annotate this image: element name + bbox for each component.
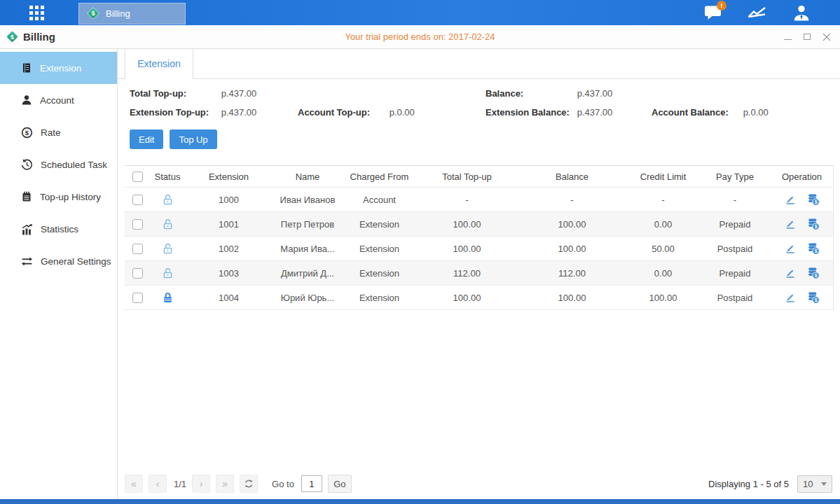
goto-page-input[interactable] — [301, 475, 322, 492]
billing-diamond-icon: $ — [86, 6, 100, 20]
table-row: 1002 Мария Ива... Extension 100.00 100.0… — [125, 237, 833, 261]
col-balance: Balance — [518, 172, 626, 182]
apps-menu-button[interactable] — [15, 6, 57, 20]
top-up-row-button[interactable]: $ — [807, 218, 820, 230]
table-row: 1003 Дмитрий Д... Extension 112.00 112.0… — [125, 261, 833, 286]
notebook-icon — [21, 191, 32, 202]
edit-pencil-icon — [785, 292, 796, 303]
app-title: Billing — [23, 31, 55, 43]
row-checkbox[interactable] — [132, 244, 143, 254]
sidebar-item-statistics[interactable]: Statistics — [0, 213, 117, 245]
page-size-select[interactable]: 10 — [797, 475, 832, 493]
cell-balance: 112.00 — [518, 268, 626, 279]
row-checkbox[interactable] — [132, 268, 143, 279]
cell-total-topup: 100.00 — [416, 293, 518, 303]
edit-row-button[interactable] — [785, 194, 796, 205]
cell-balance: - — [518, 195, 626, 205]
ledger-icon — [21, 62, 32, 74]
row-checkbox[interactable] — [132, 195, 143, 205]
sidebar-item-extension[interactable]: Extension — [0, 52, 117, 84]
cell-charged-from: Extension — [343, 219, 416, 230]
user-button[interactable] — [791, 4, 812, 22]
action-buttons: Edit Top Up — [130, 130, 840, 149]
lock-open-icon — [162, 267, 174, 279]
close-button[interactable] — [822, 32, 832, 42]
goto-label: Go to — [272, 479, 294, 489]
maximize-button[interactable] — [802, 32, 812, 42]
select-all-checkbox[interactable] — [132, 172, 143, 182]
sidebar-item-label: Extension — [40, 63, 81, 74]
coins-topup-icon: $ — [807, 218, 820, 230]
cell-balance: 100.00 — [518, 293, 626, 303]
stats-icon — [21, 223, 33, 235]
top-up-button[interactable]: Top Up — [170, 130, 216, 149]
account-balance-value: p.0.00 — [743, 107, 769, 118]
top-up-row-button[interactable]: $ — [807, 267, 820, 279]
clock-icon — [21, 159, 33, 171]
sidebar-item-scheduled-task[interactable]: Scheduled Task — [0, 148, 117, 181]
cell-name: Иван Иванов — [273, 195, 343, 205]
sidebar-item-topup-history[interactable]: Top-up History — [0, 181, 117, 213]
user-icon — [792, 4, 811, 21]
cell-total-topup: - — [416, 195, 518, 205]
topbar-tab-billing[interactable]: $ Billing — [78, 3, 186, 24]
sidebar-item-label: Scheduled Task — [41, 160, 107, 170]
table-row: 1001 Петр Петров Extension 100.00 100.00… — [125, 212, 833, 237]
next-page-button[interactable]: › — [192, 475, 210, 493]
svg-text:$: $ — [814, 273, 817, 279]
cell-name: Юрий Юрь... — [273, 293, 343, 303]
bottom-status-strip — [0, 499, 840, 504]
cell-total-topup: 112.00 — [416, 268, 518, 279]
sidebar-item-account[interactable]: Account — [0, 84, 117, 116]
cell-pay-type: Postpaid — [700, 244, 770, 254]
svg-text:$: $ — [814, 298, 817, 303]
minimize-icon — [784, 39, 792, 40]
edit-pencil-icon — [785, 218, 796, 230]
svg-text:$: $ — [91, 10, 95, 17]
edit-button[interactable]: Edit — [130, 130, 163, 149]
cell-charged-from: Extension — [343, 244, 416, 254]
row-checkbox[interactable] — [132, 219, 143, 230]
col-pay-type: Pay Type — [700, 172, 770, 182]
top-up-row-button[interactable]: $ — [807, 242, 820, 255]
edit-row-button[interactable] — [785, 292, 796, 303]
edit-row-button[interactable] — [785, 218, 796, 230]
col-name: Name — [273, 172, 343, 182]
cell-extension: 1004 — [185, 293, 273, 303]
top-bar: $ Billing ! — [0, 0, 840, 25]
sidebar-item-general-settings[interactable]: General Settings — [0, 245, 117, 277]
messages-button[interactable]: ! — [703, 4, 724, 22]
first-page-icon: « — [131, 478, 137, 489]
sidebar-item-label: Statistics — [41, 224, 78, 234]
row-checkbox[interactable] — [132, 293, 143, 303]
apps-grid-icon — [29, 6, 44, 20]
cell-extension: 1000 — [185, 195, 273, 205]
table-row: 1004 Юрий Юрь... Extension 100.00 100.00… — [125, 286, 833, 310]
first-page-button[interactable]: « — [125, 475, 143, 493]
account-topup: Account Top-up: p.0.00 — [298, 107, 486, 118]
top-up-row-button[interactable]: $ — [807, 291, 820, 304]
sidebar-item-rate[interactable]: $ Rate — [0, 116, 117, 148]
lock-open-icon — [162, 194, 174, 206]
sidebar-item-label: General Settings — [41, 256, 111, 267]
edit-row-button[interactable] — [785, 267, 796, 279]
cell-extension: 1001 — [185, 219, 273, 230]
minimize-button[interactable] — [783, 32, 792, 42]
edit-row-button[interactable] — [785, 243, 796, 254]
coins-topup-icon: $ — [807, 291, 820, 304]
account-topup-value: p.0.00 — [390, 107, 415, 118]
edit-pencil-icon — [785, 194, 796, 205]
sidebar-item-label: Rate — [41, 127, 61, 138]
go-button[interactable]: Go — [328, 475, 352, 493]
refresh-button[interactable] — [240, 475, 258, 493]
last-page-button[interactable]: » — [216, 475, 234, 493]
lock-open-icon — [162, 243, 174, 255]
top-up-row-button[interactable]: $ — [807, 193, 820, 206]
account-balance: Account Balance: p.0.00 — [652, 107, 840, 118]
cell-credit-limit: 100.00 — [626, 293, 700, 303]
tab-extension[interactable]: Extension — [125, 49, 193, 79]
cell-pay-type: - — [700, 195, 770, 205]
reports-button[interactable] — [747, 4, 768, 22]
cell-balance: 100.00 — [518, 219, 626, 230]
prev-page-button[interactable]: ‹ — [149, 475, 167, 493]
